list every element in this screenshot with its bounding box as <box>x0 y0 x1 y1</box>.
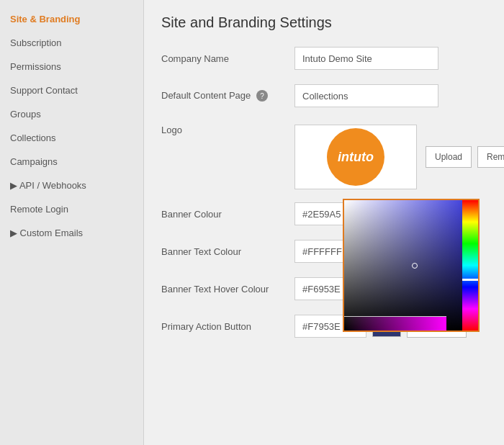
sidebar-item-label: ▶ API / Webhooks <box>10 180 86 191</box>
sidebar-item-label: ▶ Custom Emails <box>10 228 83 238</box>
banner-hover-colour-label: Banner Text Hover Colour <box>161 284 294 295</box>
sidebar-item-label: Subscription <box>10 37 62 48</box>
logo-actions: Upload Remove <box>426 146 504 168</box>
default-content-input[interactable] <box>294 84 438 107</box>
sidebar-item-label: Permissions <box>10 61 61 72</box>
company-name-controls <box>294 47 487 70</box>
default-content-row: Default Content Page ? <box>161 83 487 109</box>
logo-box: intuto <box>294 125 417 189</box>
sidebar-item-label: Support Contact <box>10 85 78 96</box>
sidebar: Site & Branding Subscription Permissions… <box>0 0 144 445</box>
logo-label: Logo <box>161 125 294 135</box>
sidebar-item-label: Site & Branding <box>10 14 81 24</box>
color-picker-dot[interactable] <box>412 263 418 269</box>
sidebar-item-label: Groups <box>10 109 41 120</box>
spectrum-indicator <box>462 279 478 281</box>
default-content-controls <box>294 84 487 107</box>
sidebar-item-custom-emails[interactable]: ▶ Custom Emails <box>0 221 143 245</box>
sidebar-item-support-contact[interactable]: Support Contact <box>0 78 143 102</box>
upload-button[interactable]: Upload <box>426 146 472 168</box>
sidebar-item-subscription[interactable]: Subscription <box>0 31 143 55</box>
company-name-row: Company Name <box>161 45 487 71</box>
page-title: Site and Branding Settings <box>161 14 487 31</box>
logo-circle: intuto <box>327 128 384 186</box>
default-content-label: Default Content Page ? <box>161 90 294 102</box>
banner-text-colour-label: Banner Text Colour <box>161 246 294 257</box>
sidebar-item-campaigns[interactable]: Campaigns <box>0 150 143 174</box>
color-spectrum-bar[interactable] <box>462 200 478 331</box>
color-picker-popup[interactable] <box>343 199 480 332</box>
sidebar-item-label: Campaigns <box>10 156 58 167</box>
main-content: Site and Branding Settings Company Name … <box>144 0 504 445</box>
sidebar-item-collections[interactable]: Collections <box>0 126 143 150</box>
remove-button[interactable]: Remove <box>477 146 504 168</box>
company-name-label: Company Name <box>161 53 294 64</box>
color-gradient-area[interactable] <box>344 200 462 331</box>
banner-colour-label: Banner Colour <box>161 209 294 220</box>
help-icon[interactable]: ? <box>256 90 268 102</box>
color-opacity-strip[interactable] <box>344 316 446 331</box>
sidebar-item-label: Collections <box>10 132 56 143</box>
sidebar-item-site-branding[interactable]: Site & Branding <box>0 7 143 31</box>
primary-action-label: Primary Action Button <box>161 321 294 332</box>
color-gradient-inner <box>344 200 462 331</box>
company-name-input[interactable] <box>294 47 438 70</box>
sidebar-item-remote-login[interactable]: Remote Login <box>0 197 143 221</box>
logo-text: intuto <box>338 150 374 165</box>
logo-row: Logo intuto Upload Remove <box>161 120 487 189</box>
sidebar-item-permissions[interactable]: Permissions <box>0 55 143 78</box>
content-area: Site and Branding Settings Company Name … <box>161 14 487 339</box>
sidebar-item-label: Remote Login <box>10 204 68 215</box>
logo-container: intuto Upload Remove <box>294 125 504 189</box>
sidebar-item-groups[interactable]: Groups <box>0 102 143 126</box>
sidebar-item-api-webhooks[interactable]: ▶ API / Webhooks <box>0 174 143 197</box>
